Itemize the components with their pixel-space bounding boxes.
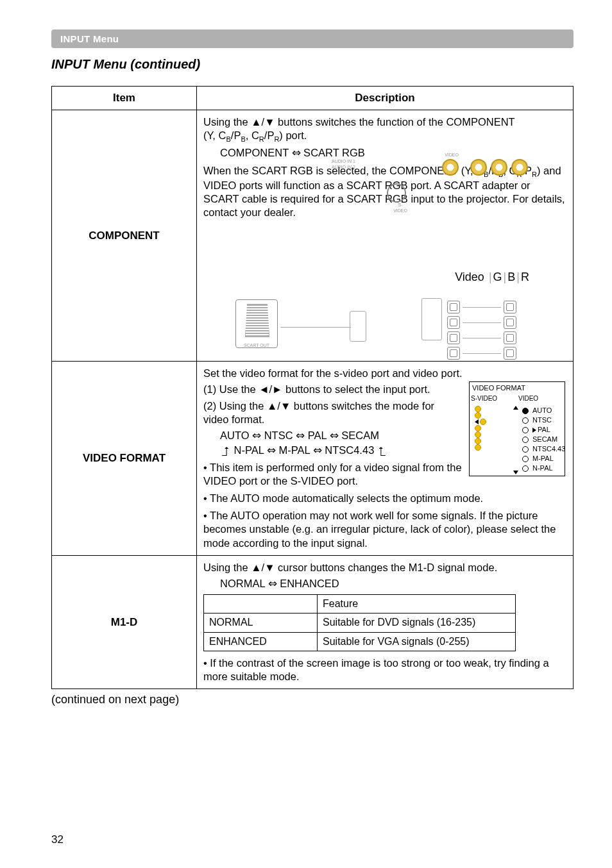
page-number: 32 [51, 833, 64, 846]
loop-up-icon: ⮥ [220, 446, 231, 457]
rca-cb-icon [491, 159, 507, 176]
jack-icon [504, 347, 516, 360]
osd-radio-icon [522, 456, 529, 462]
osd-title: VIDEO FORMAT [470, 382, 565, 394]
continued-title: INPUT Menu (continued) [51, 57, 574, 72]
sub: B [226, 135, 230, 143]
component-line1: Using the ▲/▼ buttons switches the funct… [203, 115, 566, 144]
osd-dot-icon [475, 438, 481, 444]
text: /P [264, 129, 275, 141]
osd-col-video: VIDEO [517, 394, 565, 405]
text: /P [231, 129, 241, 141]
text: , C [246, 129, 259, 141]
jack-icon [504, 301, 516, 313]
m1d-line-1: Using the ▲/▼ cursor buttons changes the… [203, 561, 566, 574]
osd-radio-icon [522, 427, 529, 433]
osd-dot-icon [475, 425, 481, 431]
osd-radio-icon [522, 465, 529, 472]
osd-opt: NTSC4.43 [532, 444, 565, 454]
osd-opt: M-PAL [532, 454, 554, 463]
row-m1d-item: M1-D [52, 555, 197, 689]
col-header-item: Item [52, 87, 197, 110]
text: G [493, 271, 502, 283]
sub: R [259, 135, 264, 143]
vf-bullet-3: • The AUTO operation may not work well f… [203, 509, 566, 549]
col-header-description: Description [197, 87, 574, 110]
video-gbr-label: Video |G|B|R [455, 270, 529, 285]
rca-video-icon [442, 159, 459, 176]
m1d-tbl-r1a: NORMAL [204, 613, 318, 632]
loop-up-icon: ⮤ [377, 446, 388, 457]
osd-dot-icon [475, 431, 481, 438]
text: R [521, 271, 529, 283]
sub: R [532, 171, 537, 178]
audio-in-1-label: AUDIO IN 1 [332, 159, 355, 164]
vf-line-1: Set the video format for the s-video por… [203, 367, 566, 380]
left-arrow-icon [475, 419, 479, 424]
m1d-tbl-r1b: Suitable for DVD signals (16-235) [318, 613, 516, 632]
osd-radio-selected-icon [522, 408, 529, 414]
component-toggle: COMPONENT ⇔ SCART RGB [220, 146, 566, 160]
rca-cr-icon [511, 159, 528, 176]
jack-icon [447, 316, 460, 329]
audio-in-2-label: AUDIO IN 2 [332, 165, 355, 170]
osd-dot-selected-icon [480, 419, 486, 425]
text: (Y, C [203, 129, 226, 141]
row-component-item: COMPONENT [52, 110, 197, 362]
sub: B [241, 135, 245, 143]
m1d-toggle: NORMAL ⇔ ENHANCED [220, 577, 566, 590]
input-menu-table: Item Description COMPONENT Using the ▲/▼… [51, 86, 574, 689]
m1d-feature-table: Feature NORMAL Suitable for DVD signals … [203, 594, 516, 651]
text: N-PAL ⇔ M-PAL ⇔ NTSC4.43 [234, 444, 375, 456]
m1d-tbl-r2a: ENHANCED [204, 632, 318, 651]
up-arrow-icon [513, 406, 518, 410]
osd-dot-icon [475, 444, 481, 451]
jack-icon [447, 331, 460, 344]
text: Video [455, 271, 484, 283]
osd-opt: AUTO [532, 406, 552, 415]
osd-opt: SECAM [532, 435, 557, 444]
rca-y-icon [470, 159, 487, 176]
jack-icon [504, 316, 516, 329]
osd-col-svideo: S-VIDEO [470, 394, 517, 405]
m1d-note: • If the contrast of the screen image is… [203, 656, 566, 683]
m1d-tbl-head: Feature [318, 594, 516, 613]
row-videoformat-item: VIDEO FORMAT [52, 362, 197, 555]
row-m1d-desc: Using the ▲/▼ cursor buttons changes the… [197, 555, 574, 689]
scart-out-icon: SCART OUT [235, 299, 278, 348]
text: Using the ▲/▼ buttons switches the funct… [203, 116, 515, 128]
section-band: INPUT Menu [51, 29, 574, 48]
continued-note: (continued on next page) [51, 693, 574, 706]
osd-dot-icon [475, 406, 481, 412]
osd-opt: NTSC [532, 415, 552, 425]
scart-diagram: AUDIO IN 1 AUDIO IN 2 [203, 228, 566, 353]
text: B [507, 271, 515, 283]
jack-icon [447, 347, 460, 360]
right-arrow-icon [532, 428, 536, 433]
jack-block [421, 294, 588, 347]
osd-opt: N-PAL [532, 463, 553, 473]
video-format-osd: VIDEO FORMAT S-VIDEO VIDEO [469, 381, 565, 476]
row-component-desc: Using the ▲/▼ buttons switches the funct… [197, 110, 574, 362]
m1d-tbl-r2b: Suitable for VGA signals (0-255) [318, 632, 516, 651]
connector-icon [421, 298, 442, 340]
audio-labels: AUDIO IN 1 AUDIO IN 2 [332, 159, 355, 170]
video-port-label: VIDEO [445, 153, 459, 158]
jack-icon [447, 301, 460, 313]
text: ) port. [279, 129, 307, 141]
osd-radio-icon [522, 446, 529, 453]
s-video-label: S-VIDEO [393, 203, 407, 214]
down-arrow-icon [513, 471, 518, 474]
osd-opt: PAL [538, 425, 550, 435]
row-videoformat-desc: Set the video format for the s-video por… [197, 362, 574, 555]
osd-dot-icon [475, 412, 481, 419]
vf-bullet-2: • The AUTO mode automatically selects th… [203, 492, 566, 505]
jack-icon [504, 331, 516, 344]
osd-radio-icon [522, 417, 529, 424]
cable-line [280, 327, 351, 328]
connector-icon [350, 311, 366, 342]
osd-radio-icon [522, 437, 529, 443]
scart-out-label: SCART OUT [236, 343, 277, 349]
